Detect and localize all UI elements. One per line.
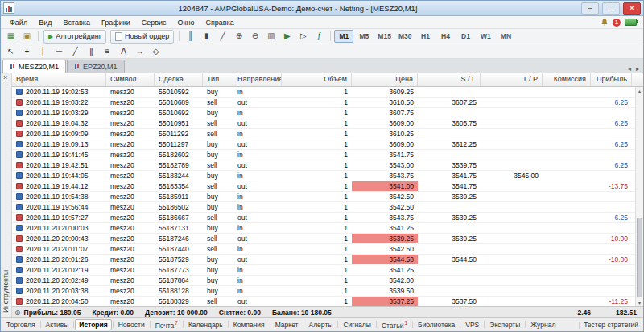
- fibonacci-retracement-icon[interactable]: ≡: [100, 45, 115, 58]
- bell-icon[interactable]: [601, 19, 609, 27]
- history-row[interactable]: 2020.11.19 19:42:51mesz2055182789sellout…: [12, 160, 635, 171]
- timeframe-h1-button[interactable]: H1: [415, 30, 435, 43]
- chart-tab[interactable]: EPZ20,M1: [67, 60, 125, 73]
- toolbox-tab[interactable]: Торговля: [2, 319, 39, 330]
- column-header-type[interactable]: Тип: [203, 73, 233, 86]
- timeframe-h4-button[interactable]: H4: [436, 30, 455, 43]
- history-row[interactable]: 2020.11.20 20:01:26mesz2055187529buyout1…: [12, 255, 635, 265]
- toolbox-tab[interactable]: Компания: [229, 319, 269, 330]
- toolbox-close-icon[interactable]: ×: [3, 74, 7, 81]
- toolbox-tab[interactable]: Почта7: [151, 318, 182, 331]
- horizontal-line-icon[interactable]: ─: [52, 45, 67, 58]
- toolbox-tab[interactable]: Эксперты: [485, 319, 524, 330]
- column-header-deal[interactable]: Сделка: [155, 73, 203, 86]
- column-header-volume[interactable]: Объем: [282, 73, 352, 86]
- timeframe-m5-button[interactable]: M5: [354, 30, 374, 43]
- history-row[interactable]: 2020.11.19 19:54:38mesz2055185911buyin13…: [12, 192, 635, 202]
- new-chart-icon[interactable]: ▦: [3, 30, 19, 43]
- toolbox-tab[interactable]: Библиотека: [414, 319, 459, 330]
- history-row[interactable]: 2020.11.20 20:03:38mesz2055188128buyin13…: [12, 286, 635, 297]
- zoom-in-icon[interactable]: ⊕: [231, 30, 246, 43]
- scroll-track[interactable]: [636, 94, 643, 299]
- equidistant-channel-icon[interactable]: ∥: [84, 45, 99, 58]
- scroll-up-button[interactable]: ▴: [636, 87, 643, 94]
- notification-badge[interactable]: 1: [613, 19, 621, 27]
- menu-item[interactable]: Вид: [33, 19, 57, 27]
- history-row[interactable]: 2020.11.20 20:02:49mesz2055187864buyin13…: [12, 276, 635, 286]
- minimize-button[interactable]: –: [581, 2, 599, 15]
- toolbox-tab[interactable]: Календарь: [184, 319, 227, 330]
- column-header-time[interactable]: Время: [12, 73, 106, 86]
- timeframe-w1-button[interactable]: W1: [476, 30, 495, 43]
- timeframe-d1-button[interactable]: D1: [456, 30, 475, 43]
- bar-chart-icon[interactable]: ║: [183, 30, 198, 43]
- history-row[interactable]: 2020.11.20 20:00:03mesz2055187131buyin13…: [12, 223, 635, 234]
- history-row[interactable]: 2020.11.19 19:03:22mesz2055010689sellout…: [12, 98, 635, 108]
- column-header-tp[interactable]: T / P: [481, 73, 543, 86]
- trendline-icon[interactable]: ╱: [68, 45, 83, 58]
- toolbox-tab[interactable]: Маркет: [271, 319, 303, 330]
- toolbox-tab[interactable]: История: [75, 319, 111, 330]
- timeframe-m1-button[interactable]: M1: [334, 30, 353, 43]
- column-header-symbol[interactable]: Символ: [106, 73, 155, 86]
- vertical-scrollbar[interactable]: ▴ ▾: [635, 87, 643, 306]
- expand-icon[interactable]: ⊕: [14, 309, 21, 317]
- menu-item[interactable]: Вставка: [57, 19, 95, 27]
- zoom-out-icon[interactable]: ⊖: [247, 30, 262, 43]
- chart-tabs-scroll-right[interactable]: ▸: [634, 65, 642, 73]
- menu-item[interactable]: Окно: [172, 19, 200, 27]
- scroll-down-button[interactable]: ▾: [636, 299, 643, 306]
- history-row[interactable]: 2020.11.19 19:02:53mesz2055010592buyin13…: [12, 87, 635, 98]
- indicators-icon[interactable]: ƒ: [312, 30, 327, 43]
- scroll-thumb[interactable]: [637, 218, 642, 297]
- history-row[interactable]: 2020.11.19 19:44:12mesz2055183354sellout…: [12, 181, 635, 192]
- history-row[interactable]: 2020.11.20 20:04:50mesz2055188329sellout…: [12, 297, 635, 306]
- shapes-icon[interactable]: ◇: [148, 45, 163, 58]
- column-header-commission[interactable]: Комиссия: [543, 73, 591, 86]
- history-row[interactable]: 2020.11.20 20:02:19mesz2055187773buyin13…: [12, 265, 635, 276]
- history-row[interactable]: 2020.11.20 20:01:07mesz2055187440sellin1…: [12, 244, 635, 255]
- timeframe-mn-button[interactable]: MN: [496, 30, 515, 43]
- new-order-button[interactable]: Новый ордер: [110, 30, 174, 44]
- menu-item[interactable]: Сервис: [136, 19, 172, 27]
- history-row[interactable]: 2020.11.19 19:09:09mesz2055011292sellin1…: [12, 129, 635, 139]
- auto-scroll-icon[interactable]: ▶: [279, 30, 295, 43]
- tile-windows-icon[interactable]: ▥: [263, 30, 279, 43]
- toolbox-tab[interactable]: Статьи1: [378, 318, 411, 331]
- toolbox-tab[interactable]: Алерты: [304, 319, 336, 330]
- maximize-button[interactable]: □: [602, 2, 620, 15]
- chart-tab[interactable]: MESZ20,M1: [2, 60, 66, 73]
- toolbox-tab[interactable]: VPS: [461, 319, 483, 330]
- history-row[interactable]: 2020.11.19 19:03:29mesz2055010692buyin13…: [12, 108, 635, 118]
- candlestick-chart-icon[interactable]: ▮: [199, 30, 214, 43]
- vertical-line-icon[interactable]: │: [35, 45, 51, 58]
- column-header-sl[interactable]: S / L: [418, 73, 481, 86]
- history-row[interactable]: 2020.11.20 20:00:43mesz2055187246sellout…: [12, 234, 635, 244]
- column-header-profit[interactable]: Прибыль: [591, 73, 632, 86]
- toolbox-tab[interactable]: Новости: [114, 319, 149, 330]
- cursor-icon[interactable]: ↖: [3, 45, 19, 58]
- toolbox-tab[interactable]: Журнал: [526, 319, 559, 330]
- timeframe-m30-button[interactable]: M30: [395, 30, 415, 43]
- menu-item[interactable]: Графики: [96, 19, 136, 27]
- toolbox-tab[interactable]: Сигналы: [339, 319, 374, 330]
- history-row[interactable]: 2020.11.19 19:09:13mesz2055011297buyout1…: [12, 139, 635, 150]
- menu-item[interactable]: Файл: [4, 19, 33, 27]
- toolbox-tab[interactable]: Активы: [42, 319, 73, 330]
- algo-trading-button[interactable]: ▶ Алготрейдинг: [43, 30, 106, 44]
- chart-shift-icon[interactable]: ▷: [295, 30, 311, 43]
- history-row[interactable]: 2020.11.19 19:44:05mesz2055183244buyin13…: [12, 171, 635, 181]
- menu-item[interactable]: Справка: [200, 19, 239, 27]
- history-row[interactable]: 2020.11.19 19:04:32mesz2055010951sellout…: [12, 118, 635, 129]
- column-header-price[interactable]: Цена: [352, 73, 418, 86]
- timeframe-m15-button[interactable]: M15: [374, 30, 394, 43]
- crosshair-icon[interactable]: +: [19, 45, 35, 58]
- column-header-direction[interactable]: Направление: [233, 73, 282, 86]
- history-row[interactable]: 2020.11.19 19:56:44mesz2055186502buyin13…: [12, 202, 635, 213]
- history-row[interactable]: 2020.11.19 19:57:27mesz2055186667sellout…: [12, 213, 635, 223]
- close-button[interactable]: ×: [623, 2, 641, 15]
- arrow-object-icon[interactable]: →: [132, 45, 147, 58]
- strategy-tester-tab[interactable]: Тестер стратегий: [578, 321, 642, 329]
- history-row[interactable]: 2020.11.19 19:41:45mesz2055182602buyin13…: [12, 150, 635, 160]
- profiles-icon[interactable]: ▣: [19, 30, 35, 43]
